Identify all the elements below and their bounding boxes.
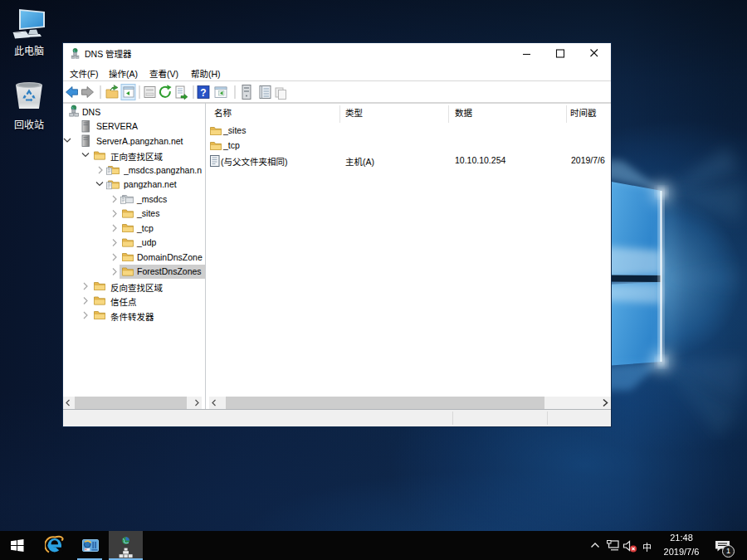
svg-text:?: ? — [200, 87, 206, 99]
